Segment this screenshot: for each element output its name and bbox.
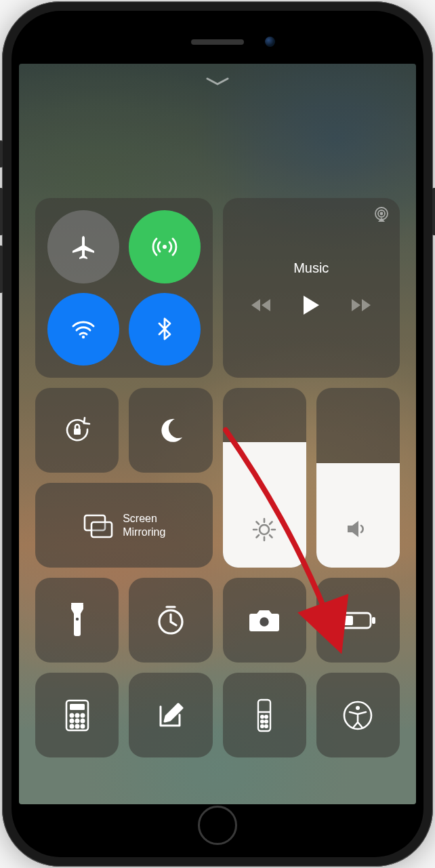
moon-icon [157, 416, 185, 445]
volume-up-hardware [0, 188, 3, 235]
svg-point-21 [81, 713, 83, 716]
screen-mirroring-label: Screen Mirroring [123, 512, 165, 538]
svg-point-32 [261, 720, 264, 723]
svg-point-10 [75, 617, 78, 620]
svg-rect-16 [344, 616, 353, 625]
phone-frame: Music [2, 1, 433, 867]
music-label: Music [293, 260, 329, 276]
wifi-icon [68, 313, 99, 344]
accessibility-icon [341, 699, 374, 732]
svg-point-20 [75, 713, 78, 716]
svg-rect-18 [70, 704, 85, 710]
svg-rect-5 [74, 429, 81, 435]
calculator-button[interactable] [35, 673, 119, 757]
notes-button[interactable] [129, 673, 212, 757]
brightness-fill [223, 442, 306, 568]
svg-point-23 [75, 719, 78, 722]
camera-button[interactable] [223, 578, 306, 663]
volume-slider[interactable] [316, 388, 400, 568]
accessibility-button[interactable] [316, 673, 400, 757]
svg-rect-15 [372, 617, 375, 624]
volume-down-hardware [0, 245, 3, 293]
phone-bezel: Music [12, 11, 423, 857]
svg-point-37 [356, 706, 360, 710]
svg-point-30 [261, 715, 264, 718]
power-hardware [432, 188, 435, 235]
front-camera [265, 37, 275, 47]
screen-mirroring-icon [82, 513, 115, 538]
tv-remote-icon [256, 698, 272, 733]
do-not-disturb-button[interactable] [129, 388, 212, 473]
svg-point-24 [81, 719, 83, 722]
orientation-lock-button[interactable] [35, 388, 119, 473]
camera-icon [247, 607, 281, 634]
airplay-audio-icon[interactable] [373, 206, 390, 224]
home-button[interactable] [198, 806, 237, 845]
rewind-button[interactable] [251, 298, 271, 313]
svg-point-6 [260, 525, 269, 534]
brightness-icon [251, 516, 278, 543]
svg-rect-8 [91, 522, 112, 537]
timer-button[interactable] [129, 578, 212, 663]
svg-point-27 [81, 724, 83, 727]
speaker-grille [191, 39, 244, 45]
screen-mirroring-button[interactable]: Screen Mirroring [35, 483, 213, 568]
control-center: Music [35, 198, 400, 757]
mute-switch [0, 140, 3, 167]
svg-point-22 [70, 719, 72, 722]
svg-point-4 [381, 213, 383, 215]
svg-point-33 [265, 720, 268, 723]
svg-point-26 [75, 724, 78, 727]
svg-point-0 [163, 245, 167, 249]
svg-point-1 [82, 336, 85, 338]
play-button[interactable] [302, 295, 320, 315]
svg-point-25 [70, 724, 72, 727]
battery-icon [339, 610, 377, 631]
bluetooth-button[interactable] [129, 293, 201, 366]
svg-rect-9 [71, 603, 83, 605]
notes-compose-icon [155, 700, 186, 731]
svg-rect-28 [258, 700, 270, 731]
flashlight-icon [67, 603, 87, 638]
screen: Music [19, 64, 416, 804]
low-power-mode-button[interactable] [316, 578, 400, 663]
cellular-antenna-icon [149, 231, 180, 262]
svg-point-19 [70, 713, 72, 716]
brightness-slider[interactable] [223, 388, 306, 568]
svg-point-35 [265, 725, 268, 728]
volume-icon [344, 515, 372, 543]
music-group[interactable]: Music [223, 198, 400, 378]
airplane-mode-button[interactable] [47, 210, 119, 283]
svg-point-34 [261, 725, 264, 728]
apple-tv-remote-button[interactable] [223, 673, 306, 757]
airplane-icon [68, 232, 98, 262]
bluetooth-icon [151, 315, 178, 342]
fast-forward-button[interactable] [351, 298, 371, 313]
orientation-lock-icon [60, 414, 94, 448]
svg-point-31 [265, 715, 268, 718]
dismiss-chevron-icon[interactable] [206, 77, 229, 87]
timer-icon [154, 604, 187, 637]
wifi-button[interactable] [47, 293, 119, 366]
cellular-button[interactable] [129, 210, 201, 283]
connectivity-group[interactable] [35, 198, 213, 378]
calculator-icon [64, 698, 90, 732]
flashlight-button[interactable] [35, 578, 119, 663]
